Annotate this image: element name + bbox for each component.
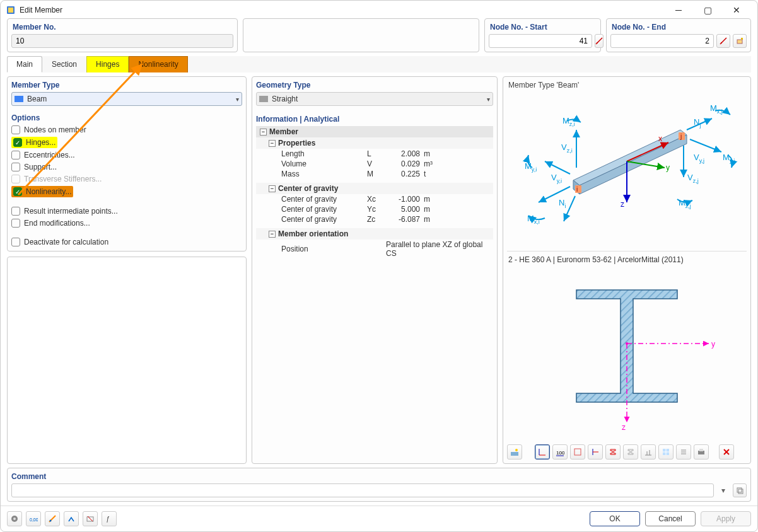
option-ecc[interactable]: Eccentricities... bbox=[11, 150, 242, 160]
tree-member: Member bbox=[269, 127, 298, 136]
pick-node-end-icon[interactable] bbox=[716, 34, 730, 48]
option-deact[interactable]: Deactivate for calculation bbox=[11, 237, 242, 247]
member-type-swatch bbox=[15, 96, 23, 102]
tab-section[interactable]: Section bbox=[42, 56, 86, 72]
geometry-type-dropdown[interactable]: Straight ▾ bbox=[256, 92, 493, 106]
svg-text:Mz,j: Mz,j bbox=[679, 198, 691, 209]
section-preview: y z bbox=[507, 264, 747, 442]
svg-point-4 bbox=[721, 42, 722, 43]
comment-input[interactable] bbox=[11, 483, 714, 497]
svg-text:z: z bbox=[621, 200, 624, 209]
footer-tool-script[interactable]: ƒ bbox=[102, 511, 117, 526]
node-start-input[interactable] bbox=[489, 34, 592, 48]
option-checkbox-nonlin[interactable]: ✓ bbox=[13, 187, 22, 196]
svg-text:Mx,j: Mx,j bbox=[710, 103, 723, 115]
option-label: Eccentricities... bbox=[24, 151, 75, 159]
option-checkbox-rip[interactable] bbox=[11, 207, 20, 216]
svg-point-45 bbox=[626, 342, 628, 345]
preview-tool-3[interactable] bbox=[570, 444, 585, 460]
geometry-swatch bbox=[259, 96, 268, 102]
pick-node-start-icon[interactable] bbox=[595, 34, 603, 48]
svg-rect-69 bbox=[738, 489, 743, 494]
node-end-input[interactable] bbox=[610, 34, 714, 48]
option-rip[interactable]: Result intermediate points... bbox=[11, 206, 242, 216]
footer-tool-3[interactable] bbox=[45, 511, 60, 526]
svg-text:y: y bbox=[666, 163, 670, 172]
option-checkbox-deact[interactable] bbox=[11, 238, 20, 246]
member-type-dropdown[interactable]: Beam ▾ bbox=[11, 92, 242, 106]
preview-tool-values[interactable] bbox=[641, 444, 656, 460]
svg-text:i: i bbox=[576, 186, 578, 193]
preview-tool-list[interactable] bbox=[676, 444, 691, 460]
cancel-button[interactable]: Cancel bbox=[645, 511, 696, 526]
collapse-icon[interactable]: − bbox=[269, 140, 276, 147]
option-checkbox-support[interactable] bbox=[11, 163, 20, 171]
tree-cg: Center of gravity bbox=[278, 184, 338, 193]
tab-hinges[interactable]: Hinges bbox=[86, 56, 129, 72]
footer-tool-help[interactable] bbox=[7, 511, 22, 526]
option-hinges[interactable]: ✓Hinges... bbox=[11, 137, 57, 148]
close-button[interactable]: ✕ bbox=[722, 3, 751, 18]
svg-text:Mx,i: Mx,i bbox=[527, 214, 540, 225]
preview-tool-section-red[interactable] bbox=[605, 444, 621, 460]
option-checkbox-endmod[interactable] bbox=[11, 219, 20, 228]
option-label: End modifications... bbox=[24, 219, 90, 228]
option-checkbox-nodes[interactable] bbox=[11, 125, 20, 134]
preview-tool-delete[interactable] bbox=[719, 444, 734, 460]
member-type-value: Beam bbox=[27, 95, 47, 103]
option-stiff: Transverse Stiffeners... bbox=[11, 174, 242, 184]
svg-rect-68 bbox=[737, 488, 742, 492]
preview-tool-1[interactable] bbox=[507, 444, 522, 460]
svg-text:100: 100 bbox=[556, 450, 564, 456]
svg-text:z: z bbox=[622, 423, 626, 432]
comment-dropdown-icon[interactable]: ▾ bbox=[718, 486, 729, 495]
option-checkbox-stiff bbox=[11, 175, 20, 183]
maximize-button[interactable]: ▢ bbox=[693, 3, 722, 18]
collapse-icon[interactable]: − bbox=[269, 231, 276, 238]
section-title: 2 - HE 360 A | Euronorm 53-62 | ArcelorM… bbox=[507, 255, 747, 264]
option-checkbox-hinges[interactable]: ✓ bbox=[13, 138, 22, 147]
option-nodes[interactable]: Nodes on member bbox=[11, 125, 242, 135]
app-icon bbox=[6, 5, 16, 15]
member-no-input[interactable] bbox=[11, 34, 233, 48]
minimize-button[interactable]: ─ bbox=[664, 3, 693, 18]
collapse-icon[interactable]: − bbox=[260, 129, 267, 136]
footer-tool-4[interactable] bbox=[64, 511, 79, 526]
preview-tool-4[interactable] bbox=[588, 444, 603, 460]
tab-nonlinearity[interactable]: Nonlinearity bbox=[129, 56, 187, 72]
preview-tool-grid[interactable] bbox=[658, 444, 673, 460]
tab-main[interactable]: Main bbox=[7, 56, 42, 72]
option-label: Deactivate for calculation bbox=[24, 238, 108, 246]
preview-tool-dimensions[interactable]: 100 bbox=[552, 444, 568, 460]
option-endmod[interactable]: End modifications... bbox=[11, 218, 242, 228]
geometry-type-label: Geometry Type bbox=[256, 79, 493, 92]
tab-bar: Main Section Hinges Nonlinearity bbox=[7, 56, 751, 72]
svg-rect-5 bbox=[737, 40, 742, 43]
svg-text:My,i: My,i bbox=[525, 161, 537, 173]
option-nonlin[interactable]: ✓Nonlinearity... bbox=[11, 186, 73, 197]
preview-tool-print[interactable] bbox=[694, 444, 709, 460]
option-support[interactable]: Support... bbox=[11, 162, 242, 172]
chevron-down-icon: ▾ bbox=[487, 96, 490, 103]
footer-tool-5[interactable] bbox=[83, 511, 98, 526]
geometry-type-value: Straight bbox=[272, 95, 298, 103]
footer-tool-units[interactable]: 0,00 bbox=[26, 511, 41, 526]
info-analytical-label: Information | Analytical bbox=[256, 113, 493, 126]
collapse-icon[interactable]: − bbox=[269, 185, 276, 192]
svg-text:y: y bbox=[711, 340, 715, 349]
tree-orientation: Member orientation bbox=[278, 229, 348, 238]
new-node-end-icon[interactable] bbox=[733, 34, 747, 48]
comment-copy-icon[interactable] bbox=[733, 483, 747, 497]
info-tree: −Member −Properties LengthL2.008m Volume… bbox=[256, 126, 493, 258]
member-type-label: Member Type bbox=[11, 79, 242, 92]
option-checkbox-ecc[interactable] bbox=[11, 151, 20, 159]
preview-tool-section-gray[interactable] bbox=[623, 444, 638, 460]
apply-button[interactable]: Apply bbox=[701, 511, 751, 526]
svg-text:Vz,j: Vz,j bbox=[687, 173, 699, 184]
member-no-label: Member No. bbox=[11, 21, 233, 34]
window-title: Edit Member bbox=[20, 6, 62, 14]
preview-tool-axes[interactable] bbox=[535, 444, 550, 460]
ok-button[interactable]: OK bbox=[590, 511, 640, 526]
svg-marker-7 bbox=[573, 130, 687, 185]
option-label: Transverse Stiffeners... bbox=[24, 175, 102, 183]
